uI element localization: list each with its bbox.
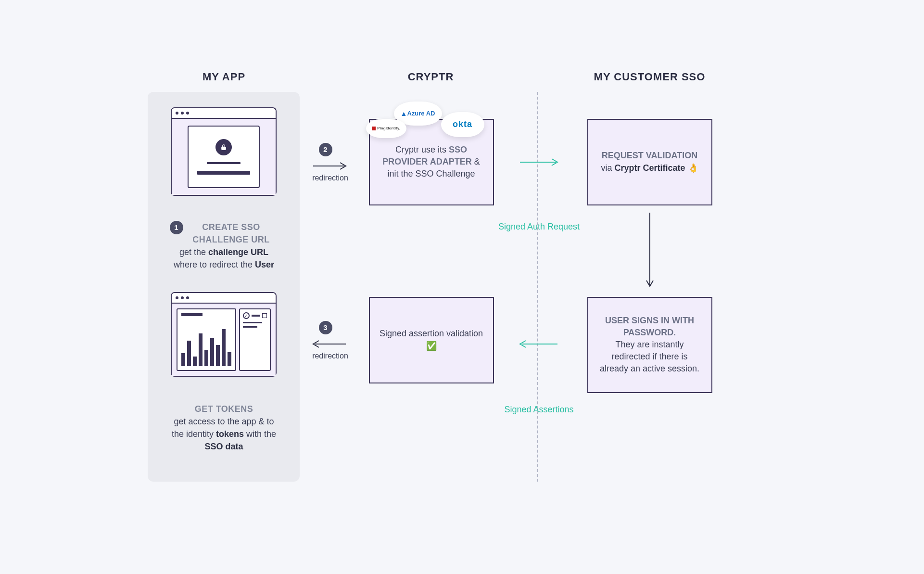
label-signed-assertions: Signed Assertions (496, 405, 582, 415)
step-3-label: redirection (306, 352, 354, 360)
lock-icon (215, 139, 232, 155)
column-divider (537, 92, 538, 482)
sso-signin-box: USER SIGNS IN WITH PASSWORD. They are in… (587, 297, 712, 393)
svg-rect-0 (221, 147, 225, 150)
browser-window-login (171, 107, 277, 196)
arrow-step-2 (308, 161, 352, 171)
step-1-caption: CREATE SSO CHALLENGE URL get the challen… (169, 221, 279, 271)
arrow-sso-down (645, 210, 655, 292)
arrow-step-3 (308, 339, 352, 349)
label-signed-auth-request: Signed Auth Request (496, 222, 582, 232)
provider-badge-ping: PingIdentity. (366, 119, 406, 138)
browser-window-dashboard: ✓ (171, 292, 277, 377)
column-header-customer-sso: MY CUSTOMER SSO (578, 71, 722, 83)
cryptr-validation-box: Signed assertion validation ✅ (369, 297, 494, 383)
step-2-label: redirection (306, 174, 354, 182)
provider-badge-okta: okta (441, 112, 484, 137)
column-header-myapp: MY APP (147, 71, 301, 83)
arrow-signed-auth-request (515, 157, 563, 167)
sso-request-validation-box: REQUEST VALIDATION via Cryptr Certificat… (587, 119, 712, 205)
arrow-signed-assertions (515, 339, 563, 349)
get-tokens-caption: GET TOKENS get access to the app & to th… (169, 403, 279, 453)
column-header-cryptr: CRYPTR (371, 71, 491, 83)
step-badge-3: 3 (319, 321, 332, 334)
step-badge-2: 2 (319, 143, 332, 156)
